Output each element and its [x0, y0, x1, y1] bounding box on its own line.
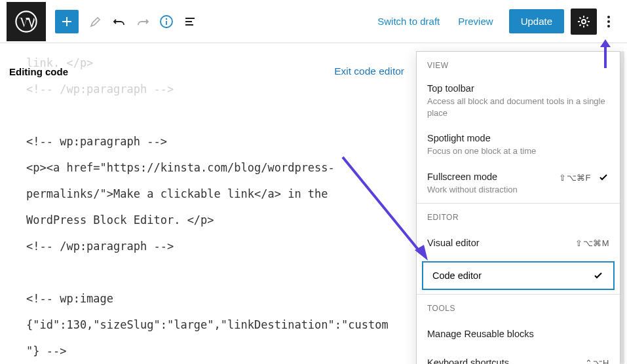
code-line: <!-- wp:image — [26, 285, 391, 312]
visual-editor-option[interactable]: Visual editor ⇧⌥⌘M — [417, 228, 620, 257]
settings-button[interactable] — [571, 9, 597, 35]
code-editor-option[interactable]: Code editor — [422, 261, 615, 290]
fullscreen-mode-option[interactable]: Fullscreen mode ⇧⌥⌘F Work without distra… — [417, 165, 620, 204]
option-description: Focus on one block at a time — [427, 145, 609, 157]
preview-button[interactable]: Preview — [449, 10, 502, 32]
spotlight-mode-option[interactable]: Spotlight mode Focus on one block at a t… — [417, 126, 620, 165]
more-options-button[interactable] — [597, 9, 620, 35]
switch-to-draft-button[interactable]: Switch to draft — [368, 10, 449, 32]
wordpress-icon — [15, 10, 37, 33]
option-description: Access all block and document tools in a… — [427, 96, 609, 118]
option-title: Keyboard shortcuts — [427, 357, 509, 364]
top-toolbar-option[interactable]: Top toolbar Access all block and documen… — [417, 77, 620, 126]
option-title: Code editor — [432, 270, 482, 281]
tools-section-label: TOOLS — [417, 295, 620, 319]
keyboard-shortcut: ⌃⌥H — [585, 358, 609, 364]
code-line: <!-- wp:paragraph --> — [26, 128, 391, 155]
option-title: Fullscreen mode — [427, 172, 497, 182]
option-title: Manage Reusable blocks — [427, 329, 534, 339]
outline-button[interactable] — [178, 10, 202, 33]
add-block-button[interactable] — [55, 10, 79, 33]
code-line: <!-- /wp:paragraph --> — [26, 76, 391, 102]
code-line: <p><a href="https://kinsta.com/blog/word… — [26, 155, 391, 181]
code-line: permalinks/">Make a clickable link</a> i… — [26, 181, 391, 207]
option-title: Top toolbar — [427, 83, 609, 94]
update-button[interactable]: Update — [509, 9, 564, 33]
wordpress-logo[interactable] — [7, 2, 46, 41]
check-icon — [598, 172, 609, 183]
gear-icon — [577, 14, 591, 29]
options-dropdown-panel: VIEW Top toolbar Access all block and do… — [416, 51, 620, 364]
top-toolbar: Switch to draft Preview Update — [0, 0, 627, 43]
code-line: link. </p> — [26, 50, 391, 76]
info-button[interactable] — [155, 10, 178, 33]
svg-point-3 — [582, 20, 586, 24]
svg-point-2 — [166, 18, 167, 19]
kebab-icon — [607, 14, 611, 29]
plus-icon — [60, 15, 73, 28]
undo-button[interactable] — [107, 10, 131, 33]
code-editor-content[interactable]: link. </p> <!-- /wp:paragraph --> <!-- w… — [26, 50, 391, 364]
option-description: Work without distraction — [427, 184, 609, 196]
redo-icon — [136, 14, 150, 29]
svg-point-4 — [607, 16, 610, 18]
pencil-icon — [89, 15, 102, 28]
list-icon — [183, 15, 197, 28]
editor-section-label: EDITOR — [417, 204, 620, 228]
code-line: "} --> — [26, 338, 391, 364]
code-line: WordPress Block Editor. </p> — [26, 207, 391, 233]
check-icon — [592, 270, 604, 281]
view-section-label: VIEW — [417, 52, 620, 77]
code-line: {"id":130,"sizeSlug":"large","linkDestin… — [26, 312, 391, 338]
svg-point-6 — [607, 25, 610, 27]
code-line: <!-- /wp:paragraph --> — [26, 233, 391, 259]
option-title: Visual editor — [427, 238, 480, 248]
keyboard-shortcut: ⇧⌥⌘M — [575, 238, 609, 248]
keyboard-shortcuts-option[interactable]: Keyboard shortcuts ⌃⌥H — [417, 348, 620, 364]
option-title: Spotlight mode — [427, 133, 609, 143]
redo-button[interactable] — [131, 10, 155, 33]
info-icon — [159, 14, 174, 29]
panel-scrollbar[interactable] — [620, 51, 624, 364]
edit-mode-button[interactable] — [84, 10, 107, 33]
svg-point-5 — [607, 20, 610, 23]
keyboard-shortcut: ⇧⌥⌘F — [559, 173, 591, 183]
manage-reusable-blocks-option[interactable]: Manage Reusable blocks — [417, 319, 620, 348]
undo-icon — [112, 14, 126, 29]
